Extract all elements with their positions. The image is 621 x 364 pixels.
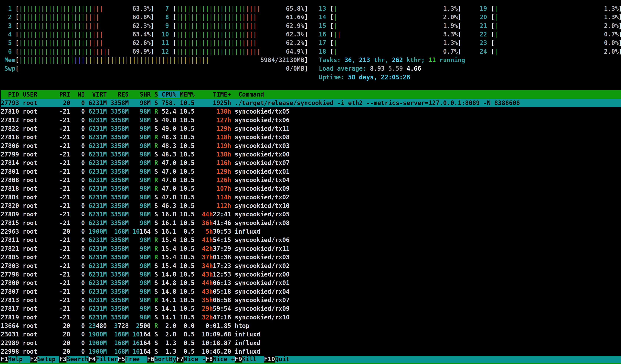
cell-res-mb: 3358M (110, 185, 129, 192)
process-row-22998[interactable]: 22998 root 20 0 1900M 168M 16164 S 1.3 0… (1, 347, 621, 356)
column-header-command[interactable]: Command (239, 91, 264, 98)
process-row-27817[interactable]: 27817 root -21 0 6231M 3358M 98M S 14.1 … (1, 304, 621, 313)
process-row-27813[interactable]: 27813 root -21 0 6231M 3358M 98M R 14.1 … (1, 296, 621, 304)
column-header-res[interactable]: RES (118, 91, 129, 98)
column-header-cpu[interactable]: CPU% (162, 91, 176, 98)
fkey-f3-key[interactable]: F3 (59, 356, 67, 363)
fkey-f6-key[interactable]: F6 (147, 356, 155, 363)
process-row-23031[interactable]: 23031 root 20 0 1900M 168M 16164 S 2.0 0… (1, 330, 621, 339)
cell-shr-mb: 16 (132, 340, 140, 347)
spacer (70, 271, 81, 278)
process-row-27806[interactable]: 27806 root -21 0 6231M 3358M 98M R 48.3 … (1, 142, 621, 150)
process-row-27801[interactable]: 27801 root -21 0 6231M 3358M 98M S 47.0 … (1, 167, 621, 176)
cpu-meter-id: 13 (319, 5, 326, 12)
cell-res-mb: 3358M (110, 280, 129, 286)
spacer (231, 194, 235, 201)
cell-ni: 0 (81, 262, 85, 269)
meter-bracket-close: ] (458, 22, 461, 29)
spacer (37, 194, 55, 201)
cell-res-mb: 3358M (110, 254, 129, 261)
spacer (70, 202, 81, 209)
process-row-27804[interactable]: 27804 root -21 0 6231M 3358M 98M S 47.0 … (1, 193, 621, 202)
cell-user: root (23, 254, 37, 261)
process-row-27818[interactable]: 27818 root -21 0 6231M 3358M 98M R 47.0 … (1, 184, 621, 193)
fkey-f9-key[interactable]: F9 (235, 356, 242, 363)
fkey-f7-key[interactable]: F7 (176, 356, 184, 363)
cell-virt-mb: 1900M (88, 340, 107, 347)
load-5min: 5.59 (388, 65, 403, 72)
process-row-22989[interactable]: 22989 root 20 0 1900M 168M 16164 S 1.3 0… (1, 339, 621, 347)
process-row-27799[interactable]: 27799 root -21 0 6231M 3358M 98M S 48.3 … (1, 150, 621, 159)
column-header-shr[interactable]: SHR (140, 91, 151, 98)
fkey-f7-label[interactable]: Nice - (184, 356, 205, 363)
cell-pid: 27805 (1, 254, 19, 261)
process-row-27819[interactable]: 27819 root -21 0 6231M 3358M 98M S 14.1 … (1, 313, 621, 322)
process-row-27822[interactable]: 27822 root -21 0 6231M 3358M 98M S 49.0 … (1, 125, 621, 133)
process-row-27812[interactable]: 27812 root -21 0 6231M 3358M 98M S 49.0 … (1, 116, 621, 125)
column-header-ni[interactable]: NI (78, 91, 85, 98)
cpu-meter-percent: 65.8% (286, 5, 304, 12)
process-row-27815[interactable]: 27815 root -21 0 6231M 3358M 98M S 16.1 … (1, 219, 621, 227)
process-row-27803[interactable]: 27803 root -21 0 6231M 3358M 98M S 15.4 … (1, 262, 621, 270)
cell-time-hours: 44h (202, 211, 213, 218)
process-row-27793[interactable]: 27793 root 20 0 6231M 3358M 98M S 758. 1… (1, 99, 621, 107)
spacer (176, 340, 184, 347)
fkey-f2-label[interactable]: Setup (37, 356, 59, 363)
meter-bracket-open: [ (15, 57, 19, 64)
spacer (498, 22, 604, 29)
fkey-f8-key[interactable]: F8 (206, 356, 213, 363)
fkey-f10-label[interactable]: Quit (275, 356, 290, 363)
fkey-f3-label[interactable]: Search (67, 356, 88, 363)
spacer (70, 314, 81, 321)
cell-pid: 27798 (1, 271, 19, 278)
spacer (231, 245, 235, 252)
spacer (85, 220, 88, 227)
cell-command: syncookied/tx09 (235, 185, 290, 192)
cell-ni: 0 (81, 314, 85, 321)
cell-state: R (154, 177, 158, 184)
process-row-27805[interactable]: 27805 root -21 0 6231M 3358M 98M R 15.4 … (1, 253, 621, 262)
cell-pid: 27820 (1, 202, 19, 209)
fkey-f5-label[interactable]: Tree (125, 356, 147, 363)
tasks-running-count: 11 (429, 57, 436, 64)
fkey-f2-key[interactable]: F2 (30, 356, 37, 363)
spacer (154, 39, 162, 47)
process-row-27816[interactable]: 27816 root -21 0 6231M 3358M 98M R 48.3 … (1, 133, 621, 142)
fkey-f9-label[interactable]: Kill (242, 356, 264, 363)
cell-shr-mb: 98M (140, 211, 151, 218)
process-row-27798[interactable]: 27798 root -21 0 6231M 3358M 98M S 14.8 … (1, 270, 621, 279)
fkey-f5-key[interactable]: F5 (118, 356, 125, 363)
process-row-27820[interactable]: 27820 root -21 0 6231M 3358M 98M S 46.3 … (1, 202, 621, 210)
fkey-f8-label[interactable]: Nice + (213, 356, 235, 363)
cell-ni: 0 (81, 177, 85, 184)
process-row-27808[interactable]: 27808 root -21 0 6231M 3358M 98M R 47.0 … (1, 176, 621, 184)
process-row-27809[interactable]: 27809 root -21 0 6231M 3358M 98M S 16.8 … (1, 210, 621, 219)
fkey-f10-key[interactable]: F10 (264, 356, 275, 363)
process-row-27814[interactable]: 27814 root -21 0 6231M 3358M 98M R 47.0 … (1, 159, 621, 167)
process-row-27800[interactable]: 27800 root -21 0 6231M 3358M 98M S 14.8 … (1, 279, 621, 287)
fkey-f4-label[interactable]: Filter (96, 356, 118, 363)
column-header-time[interactable]: TIME+ (213, 91, 231, 98)
spacer (176, 91, 180, 98)
process-row-27821[interactable]: 27821 root -21 0 6231M 3358M 98M R 15.4 … (1, 245, 621, 253)
column-header-virt[interactable]: VIRT (92, 91, 107, 98)
column-header-pid[interactable]: PID (8, 91, 19, 98)
process-row-27807[interactable]: 27807 root -21 0 6231M 3358M 98M S 14.8 … (1, 287, 621, 296)
cell-pri: -21 (59, 237, 70, 244)
cell-pri: 20 (63, 340, 70, 347)
column-header-user[interactable]: USER (23, 91, 37, 98)
process-row-27810[interactable]: 27810 root -21 0 6231M 3358M 98M R 52.4 … (1, 107, 621, 116)
fkey-f1-key[interactable]: F1 (1, 356, 8, 363)
fkey-f6-label[interactable]: SortBy (154, 356, 176, 363)
cell-state: S (154, 220, 158, 227)
column-header-s[interactable]: S (154, 91, 158, 98)
process-row-13664[interactable]: 13664 root 20 0 23480 3728 2500 R 2.0 0.… (1, 322, 621, 330)
column-header-pri[interactable]: PRI (59, 91, 70, 98)
process-row-22963[interactable]: 22963 root 20 0 1900M 168M 16164 S 16.1 … (1, 227, 621, 236)
spacer (231, 228, 235, 235)
cpu-meter-percent: 62.3% (286, 31, 304, 38)
process-row-27811[interactable]: 27811 root -21 0 6231M 3358M 98M R 15.4 … (1, 236, 621, 244)
fkey-f1-label[interactable]: Help (8, 356, 30, 363)
fkey-f4-key[interactable]: F4 (88, 356, 96, 363)
column-header-mem[interactable]: MEM% (180, 91, 195, 98)
